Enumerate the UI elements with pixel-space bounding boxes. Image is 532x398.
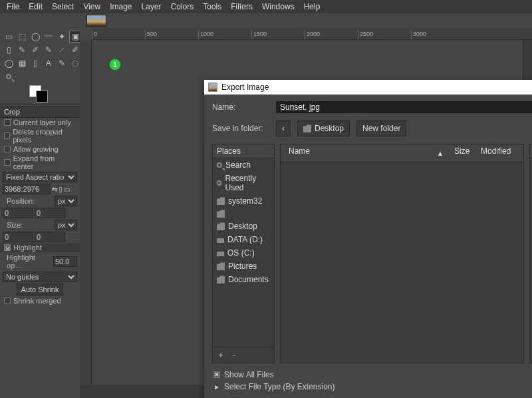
- canvas-area: 050010001500200025003000 1 Export Image …: [80, 28, 532, 398]
- color-swatches[interactable]: [0, 84, 80, 102]
- path-segment-desktop[interactable]: Desktop: [297, 120, 350, 136]
- crop-opt-check-2[interactable]: [4, 146, 11, 152]
- size-h-input[interactable]: [35, 232, 65, 242]
- tool-4[interactable]: ✦: [56, 31, 68, 43]
- tool-12[interactable]: ◯: [3, 57, 15, 69]
- places-item-recently-used[interactable]: Recently Used: [213, 172, 274, 194]
- name-label: Name:: [212, 102, 269, 112]
- crop-opt-check-1[interactable]: [4, 132, 10, 139]
- dialog-title: Export Image: [221, 83, 269, 92]
- places-item-os-c-[interactable]: OS (C:): [213, 246, 274, 260]
- menu-filters[interactable]: Filters: [227, 1, 257, 13]
- tool-0[interactable]: ▭: [3, 31, 15, 43]
- size-unit[interactable]: px: [55, 220, 77, 230]
- tool-15[interactable]: A: [43, 57, 55, 69]
- guides-select[interactable]: No guides: [3, 272, 77, 282]
- col-name[interactable]: Name ▴: [281, 144, 450, 162]
- tool-16[interactable]: ✎: [56, 57, 68, 69]
- path-back-button[interactable]: ‹: [276, 120, 291, 136]
- select-filetype-label[interactable]: Select File Type (By Extension): [224, 382, 335, 391]
- highlight-label: Highlight: [13, 244, 42, 252]
- auto-shrink-button[interactable]: Auto Shrink: [17, 284, 64, 296]
- tool-8[interactable]: ✐: [29, 44, 41, 56]
- bg-color[interactable]: [36, 91, 48, 102]
- tool-9[interactable]: ✎: [43, 44, 55, 56]
- ruler-horizontal: 050010001500200025003000: [92, 28, 532, 40]
- col-size[interactable]: Size: [450, 144, 477, 162]
- drive-icon: [217, 252, 224, 256]
- tool-2[interactable]: ◯: [29, 31, 41, 43]
- folder-icon: [303, 124, 311, 132]
- highlight-op-input[interactable]: [53, 256, 77, 267]
- export-image-dialog: Export Image ✕ Name: Save in folder: ‹ D…: [204, 80, 532, 398]
- position-label: Position:: [3, 196, 39, 206]
- size-label: Size:: [3, 220, 27, 230]
- path-segment-newfolder[interactable]: New folder: [356, 120, 406, 136]
- highlight-check[interactable]: ✕: [4, 244, 11, 251]
- orient-portrait-icon[interactable]: ▯: [59, 186, 63, 193]
- crop-opt-check-0[interactable]: [4, 119, 11, 126]
- show-all-files-toggle[interactable]: ✕: [213, 371, 220, 378]
- folder-icon: [217, 262, 225, 270]
- folder-label: Save in folder:: [212, 124, 269, 133]
- shrink-merged-check[interactable]: [4, 298, 11, 304]
- places-item-search[interactable]: Search: [213, 158, 274, 172]
- menu-layer[interactable]: Layer: [138, 1, 166, 13]
- tab-strip: [0, 13, 532, 28]
- tool-6[interactable]: ▯: [3, 44, 15, 56]
- clock-icon: [217, 180, 221, 186]
- places-add-button[interactable]: ＋: [217, 349, 225, 361]
- menu-file[interactable]: File: [3, 1, 23, 13]
- file-list-panel[interactable]: Name ▴ Size Modified: [280, 144, 524, 363]
- dialog-titlebar[interactable]: Export Image ✕: [204, 80, 532, 95]
- tool-search[interactable]: [3, 71, 15, 83]
- places-item-system32[interactable]: system32: [213, 194, 274, 208]
- tool-3[interactable]: 〰: [43, 31, 55, 43]
- menu-select[interactable]: Select: [48, 1, 78, 13]
- menu-tools[interactable]: Tools: [199, 1, 225, 13]
- orient-landscape-icon[interactable]: ▭: [64, 186, 70, 193]
- menu-help[interactable]: Help: [300, 1, 325, 13]
- places-panel: Places SearchRecently Usedsystem32Deskto…: [212, 144, 275, 363]
- left-panel: ▭⬚◯〰✦▣▯✎✐✎⟋✐◯▦▯A✎◌ Crop Current layer on…: [0, 28, 80, 398]
- image-tab-thumbnail[interactable]: [86, 15, 106, 27]
- folder-icon: [217, 276, 225, 284]
- pos-y-input[interactable]: [35, 208, 65, 218]
- aspect-lock-icon[interactable]: ⇆: [52, 186, 57, 193]
- position-unit[interactable]: px: [55, 196, 77, 206]
- dialog-icon: [208, 83, 217, 92]
- tool-10[interactable]: ⟋: [56, 44, 68, 56]
- tool-7[interactable]: ✎: [16, 44, 28, 56]
- expand-filetype-icon[interactable]: ▸: [213, 382, 220, 391]
- drive-icon: [217, 238, 224, 243]
- mag-icon: [217, 162, 222, 168]
- menu-windows[interactable]: Windows: [258, 1, 299, 13]
- tool-1[interactable]: ⬚: [16, 31, 28, 43]
- pos-x-input[interactable]: [3, 208, 33, 218]
- sort-asc-icon[interactable]: ▴: [434, 146, 446, 160]
- preview-panel: Preview ? No selection: [529, 144, 532, 363]
- aspect-mode-select[interactable]: Fixed Aspect ratio: [3, 172, 77, 182]
- places-item-pictures[interactable]: Pictures: [213, 260, 274, 273]
- menu-edit[interactable]: Edit: [25, 1, 47, 13]
- folder-icon: [217, 222, 225, 230]
- tool-14[interactable]: ▯: [29, 57, 41, 69]
- crop-opt-check-3[interactable]: [4, 159, 11, 166]
- toolbox: ▭⬚◯〰✦▣▯✎✐✎⟋✐◯▦▯A✎◌: [0, 28, 80, 84]
- places-item-documents[interactable]: Documents: [213, 273, 274, 286]
- places-item-blank[interactable]: [213, 208, 274, 220]
- menu-image[interactable]: Image: [106, 1, 136, 13]
- col-modified[interactable]: Modified: [477, 144, 523, 162]
- tool-13[interactable]: ▦: [16, 57, 28, 69]
- aspect-value-input[interactable]: [3, 184, 51, 194]
- places-remove-button[interactable]: －: [230, 349, 238, 361]
- menu-view[interactable]: View: [79, 1, 104, 13]
- show-all-files-label: Show All Files: [224, 370, 274, 379]
- callout-marker-1: 1: [109, 59, 121, 71]
- places-item-desktop[interactable]: Desktop: [213, 220, 274, 233]
- filename-input[interactable]: [276, 101, 532, 113]
- folder-icon: [217, 197, 225, 205]
- size-w-input[interactable]: [3, 232, 33, 242]
- menu-colors[interactable]: Colors: [167, 1, 198, 13]
- places-item-data-d-[interactable]: DATA (D:): [213, 233, 274, 246]
